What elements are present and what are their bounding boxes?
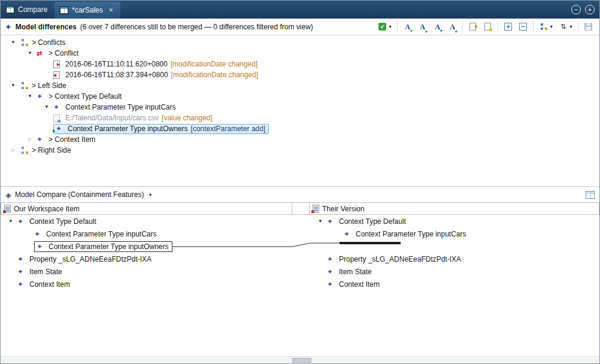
change-annotation: [value changed] xyxy=(162,114,213,122)
expander-open-icon[interactable]: ▼ xyxy=(23,94,37,99)
group-icon xyxy=(20,81,29,90)
green-arrow-up-icon: ▲ xyxy=(424,29,428,33)
right-row-item-state[interactable]: ✦ Item State xyxy=(310,265,599,278)
tree-row-context-item[interactable]: ▷ ✦ > Context Item xyxy=(1,134,599,145)
green-check-icon: ✓ xyxy=(378,23,386,31)
highlighted-difference-box[interactable]: ✦ Context Parameter Type inputOwners xyxy=(34,241,172,252)
change-annotation: [modificationDate changed] xyxy=(171,60,257,68)
left-row-input-cars[interactable]: ✦ Context Parameter Type inputCars xyxy=(1,228,292,240)
left-row-property[interactable]: ✦ Property _sLG_ADNeEeaFDtzPdt-IXA xyxy=(1,253,292,265)
compare-row-label: Context Type Default xyxy=(339,217,406,226)
change-annotation: [modificationDate changed] xyxy=(171,71,258,79)
left-row-context-item[interactable]: ✦ Context Item xyxy=(1,278,292,290)
compare-row-label: Item State xyxy=(339,268,372,276)
model-element-icon: ✦ xyxy=(37,93,43,100)
compare-row-label: Context Parameter Type inputCars xyxy=(46,230,157,238)
previous-difference-button[interactable] xyxy=(481,21,495,33)
next-difference-icon xyxy=(469,23,476,31)
model-element-icon: ✦ xyxy=(17,256,23,263)
green-arrow-down-icon: ▼ xyxy=(409,29,413,33)
expander-closed-icon[interactable]: ▷ xyxy=(7,148,20,153)
scrollbar-thumb[interactable] xyxy=(292,358,311,363)
tab-compare[interactable]: Compare xyxy=(1,1,54,19)
our-workspace-item-header: Our Workspace Item xyxy=(1,202,292,215)
tree-row-right-side[interactable]: ▷ > Right Side xyxy=(1,145,599,156)
compare-row-label: Context Type Default xyxy=(29,217,96,226)
left-row-context-type-default[interactable]: ▼ ✦ Context Type Default xyxy=(1,215,292,228)
model-element-icon: ✦ xyxy=(37,243,43,250)
group-icon xyxy=(20,38,29,47)
their-version-icon xyxy=(313,205,319,213)
right-row-property[interactable]: ✦ Property _sLG_ADNeEeaFDtzPdt-IXA xyxy=(310,253,599,265)
change-left-icon xyxy=(53,60,60,68)
horizontal-scrollbar[interactable] xyxy=(1,356,599,363)
right-row-context-item[interactable]: ✦ Context Item xyxy=(310,278,599,290)
collapse-all-button[interactable]: − xyxy=(516,21,530,33)
show-merged-differences-toggle[interactable]: ✓ ▼ xyxy=(375,21,394,33)
model-element-icon: ✦ xyxy=(53,104,59,111)
close-tab-icon[interactable]: × xyxy=(109,6,113,14)
layout-toggle-button[interactable] xyxy=(586,191,595,199)
model-compare-icon: ◈ xyxy=(5,191,11,199)
pane-header-label: Their Version xyxy=(322,205,365,213)
differences-tree: ▼ > Conflicts ▼ ⇄ > Conflict 2016-06-16T… xyxy=(1,35,599,186)
expand-all-button[interactable]: + xyxy=(501,21,515,33)
tree-row-label: > Context Item xyxy=(49,135,95,144)
tree-row-context-type-default[interactable]: ▼ ✦ > Context Type Default xyxy=(1,91,599,102)
chevron-down-icon: ▼ xyxy=(549,25,553,29)
tree-row-modification-right[interactable]: 2016-06-16T11:08:37.394+0800 [modificati… xyxy=(1,69,599,80)
next-difference-button[interactable] xyxy=(466,21,480,33)
expand-all-icon: + xyxy=(504,23,512,31)
compare-row-label: Property _sLG_ADNeEeaFDtzPdt-IXA xyxy=(339,255,461,263)
maximize-view-button[interactable]: + xyxy=(585,5,595,14)
selected-difference[interactable]: ✦ Context Parameter Type inputOwners [co… xyxy=(53,124,269,134)
expander-open-icon[interactable]: ▼ xyxy=(7,83,20,88)
compare-row-label: Context Item xyxy=(29,280,70,289)
model-compare-title: Model Compare (Containment Features) xyxy=(15,190,144,199)
save-comparison-button[interactable] xyxy=(581,21,595,33)
left-row-input-owners[interactable]: ✦ Context Parameter Type inputOwners xyxy=(1,240,292,253)
chevron-down-icon[interactable]: ▼ xyxy=(148,193,152,197)
tree-row-modification-left[interactable]: 2016-06-16T11:10:11.620+0800 [modificati… xyxy=(1,59,599,69)
pane-header-label: Our Workspace Item xyxy=(14,205,80,213)
left-row-item-state[interactable]: ✦ Item State xyxy=(1,265,292,278)
tree-row-cars-csv[interactable]: E:/Talend/Data/Input/cars.csv [value cha… xyxy=(1,113,599,123)
change-right-icon xyxy=(53,71,60,79)
reject-all-changes-button[interactable]: A▲ xyxy=(446,21,459,33)
tree-row-conflict[interactable]: ▼ ⇄ > Conflict xyxy=(1,48,599,59)
tree-row-label: > Right Side xyxy=(32,146,71,154)
right-row-context-type-default[interactable]: ▼ ✦ Context Type Default xyxy=(310,215,599,228)
compare-pane-headers: Our Workspace Item Their Version xyxy=(1,202,599,215)
expander-open-icon[interactable]: ▼ xyxy=(40,105,53,110)
tree-row-label: > Conflicts xyxy=(32,38,65,47)
model-element-icon: ✦ xyxy=(17,268,23,275)
filter-differences-dropdown[interactable]: ⇅ ▼ xyxy=(556,21,575,33)
right-row-input-cars[interactable]: ✦ Context Parameter Type inputCars xyxy=(310,228,599,240)
tab-carsales[interactable]: *carSales × xyxy=(54,2,120,19)
tree-row-left-side[interactable]: ▼ > Left Side xyxy=(1,80,599,91)
model-element-icon: ✦ xyxy=(37,136,43,143)
tree-row-conflicts[interactable]: ▼ > Conflicts xyxy=(1,37,599,48)
expander-open-icon[interactable]: ▼ xyxy=(4,219,17,224)
group-differences-dropdown[interactable]: ▼ xyxy=(537,21,555,33)
tree-row-input-owners-selected[interactable]: ✦ Context Parameter Type inputOwners [co… xyxy=(1,123,599,134)
save-icon xyxy=(584,23,592,31)
tree-row-label: 2016-06-16T11:08:37.394+0800 xyxy=(65,71,168,79)
blue-arrow-down-icon: ▼ xyxy=(439,29,443,33)
tree-row-input-cars[interactable]: ▼ ✦ Context Parameter Type inputCars xyxy=(1,102,599,113)
expander-closed-icon[interactable]: ▷ xyxy=(23,137,37,142)
gutter-header xyxy=(292,202,310,215)
view-controls: − + xyxy=(571,5,595,14)
accept-change-button[interactable]: A▼ xyxy=(401,21,414,33)
compare-editor-icon xyxy=(6,6,14,13)
minimize-view-button[interactable]: − xyxy=(571,5,581,14)
value-change-icon xyxy=(53,114,60,122)
editor-tabbar: Compare *carSales × − + xyxy=(1,1,599,19)
expander-open-icon[interactable]: ▼ xyxy=(7,40,20,45)
expander-open-icon[interactable]: ▼ xyxy=(23,51,37,56)
reject-change-button[interactable]: A▼ xyxy=(431,21,444,33)
model-differences-summary: (6 over 7 differences still to be merged… xyxy=(80,23,313,31)
accept-all-changes-button[interactable]: A▲ xyxy=(416,21,429,33)
expander-open-icon[interactable]: ▼ xyxy=(314,219,327,224)
model-differences-header: ✦ Model differences (6 over 7 difference… xyxy=(1,19,599,35)
